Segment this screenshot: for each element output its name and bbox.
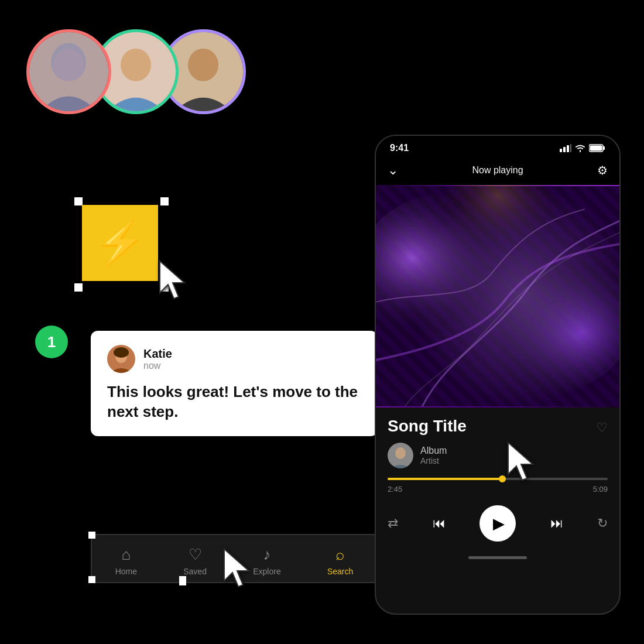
battery-icon xyxy=(589,144,605,152)
nav-corner-bl xyxy=(88,576,95,583)
prev-button[interactable]: ⏮ xyxy=(433,516,446,531)
repeat-button[interactable]: ↻ xyxy=(597,516,608,531)
artist-row: Album Artist xyxy=(376,440,619,475)
progress-section: 2:45 5:09 xyxy=(376,475,619,498)
chat-sender-name: Katie xyxy=(143,347,172,361)
progress-fill xyxy=(388,478,502,480)
chat-header: Katie now xyxy=(107,345,361,373)
chat-sender-info: Katie now xyxy=(143,347,172,371)
svg-rect-13 xyxy=(570,144,571,152)
svg-rect-12 xyxy=(567,145,569,152)
artist-thumbnail xyxy=(388,443,413,468)
chat-time: now xyxy=(143,361,172,371)
nav-label-home: Home xyxy=(115,567,137,576)
saved-icon: ♡ xyxy=(189,546,202,564)
nav-selection-corner-bl xyxy=(179,576,186,583)
playback-controls: ⇄ ⏮ ▶ ⏭ ↻ xyxy=(376,498,619,549)
progress-track[interactable] xyxy=(388,478,608,480)
like-icon[interactable]: ♡ xyxy=(596,420,608,436)
notification-badge: 1 xyxy=(35,326,68,358)
home-indicator xyxy=(468,556,527,559)
svg-point-19 xyxy=(460,243,619,394)
nav-label-search: Search xyxy=(327,567,353,576)
album-art xyxy=(376,185,619,407)
corner-bl xyxy=(74,283,83,292)
cursor-pointer-3 xyxy=(220,544,258,594)
avatar-1[interactable] xyxy=(26,29,111,114)
corner-br xyxy=(160,283,169,292)
signal-icon xyxy=(560,144,571,152)
time-row: 2:45 5:09 xyxy=(388,485,608,494)
nav-corner-tl xyxy=(88,532,95,539)
svg-rect-17 xyxy=(376,186,619,406)
avatar-row xyxy=(26,29,228,114)
wifi-icon xyxy=(575,144,585,152)
nav-item-search[interactable]: ⌕ Search xyxy=(327,546,353,576)
song-info: Song Title ♡ xyxy=(376,407,619,440)
phone-bottom-bar xyxy=(376,549,619,566)
chat-message: This looks great! Let's move to the next… xyxy=(107,382,361,422)
corner-tr xyxy=(160,197,169,205)
yellow-icon-box: ⚡ xyxy=(82,205,158,281)
nav-item-home[interactable]: ⌂ Home xyxy=(115,546,137,576)
badge-count: 1 xyxy=(47,333,56,351)
shuffle-button[interactable]: ⇄ xyxy=(388,516,398,531)
settings-icon[interactable]: ⚙ xyxy=(597,163,608,177)
play-icon: ▶ xyxy=(493,515,505,533)
svg-rect-15 xyxy=(603,146,605,150)
home-icon: ⌂ xyxy=(121,546,131,564)
svg-rect-10 xyxy=(560,149,562,152)
nav-label-saved: Saved xyxy=(183,567,207,576)
svg-point-20 xyxy=(428,185,567,288)
svg-point-22 xyxy=(395,447,406,459)
next-button[interactable]: ⏭ xyxy=(550,516,563,531)
player-header: ⌄ Now playing ⚙ xyxy=(376,158,619,185)
phone-frame: 9:41 ⌄ Now playing ⚙ xyxy=(375,135,621,615)
song-title: Song Title xyxy=(388,417,467,436)
status-icons xyxy=(560,144,605,152)
time-total: 5:09 xyxy=(593,485,608,494)
play-pause-button[interactable]: ▶ xyxy=(479,505,516,542)
svg-rect-11 xyxy=(563,147,566,152)
svg-point-4 xyxy=(121,49,151,81)
svg-point-2 xyxy=(51,43,86,81)
artist-info: Album Artist xyxy=(420,446,447,465)
corner-tl xyxy=(74,197,83,205)
status-bar: 9:41 xyxy=(376,136,619,158)
svg-point-18 xyxy=(376,193,542,355)
explore-icon: ♪ xyxy=(263,546,270,564)
lightning-icon: ⚡ xyxy=(94,222,146,264)
svg-point-6 xyxy=(188,49,218,81)
cursor-pointer-2 xyxy=(503,438,542,487)
svg-point-9 xyxy=(114,347,129,358)
artist-name: Artist xyxy=(420,456,447,465)
logo-element: ⚡ xyxy=(76,199,167,290)
album-name: Album xyxy=(420,446,447,456)
search-icon: ⌕ xyxy=(335,546,345,564)
collapse-icon[interactable]: ⌄ xyxy=(388,163,398,178)
nav-item-saved[interactable]: ♡ Saved xyxy=(183,546,207,576)
status-time: 9:41 xyxy=(390,143,409,153)
now-playing-label: Now playing xyxy=(472,165,523,176)
chat-sender-avatar xyxy=(107,345,135,373)
svg-rect-16 xyxy=(590,146,602,151)
chat-card: Katie now This looks great! Let's move t… xyxy=(91,331,378,436)
time-current: 2:45 xyxy=(388,485,402,494)
